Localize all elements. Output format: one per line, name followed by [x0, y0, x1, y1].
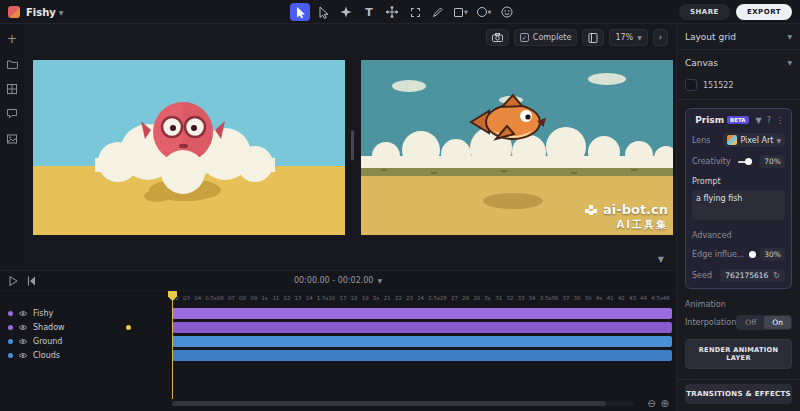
ruler-tick: 14 [306, 295, 317, 301]
slider-handle[interactable] [745, 158, 752, 165]
zoom-dropdown[interactable]: 17% ▼ [609, 29, 647, 46]
help-icon[interactable]: ? [766, 116, 772, 125]
pen-tool-button[interactable] [428, 3, 448, 21]
export-button[interactable]: EXPORT [736, 4, 792, 20]
lens-value: Pixel Art [740, 136, 773, 145]
chevron-down-icon: ▼ [637, 34, 642, 41]
visibility-eye-icon[interactable] [18, 310, 28, 317]
project-name: Fishy [26, 7, 56, 18]
visibility-eye-icon[interactable] [18, 352, 28, 359]
slider-handle[interactable] [749, 251, 756, 258]
visibility-eye-icon[interactable] [18, 324, 28, 331]
canvas-color-swatch[interactable] [685, 79, 697, 91]
kebab-menu-icon[interactable]: ⋮ [775, 116, 785, 125]
lens-label: Lens [692, 136, 710, 145]
ruler-tick: 4.5s [651, 295, 663, 301]
timeline-bar-shadow[interactable] [172, 322, 672, 333]
ruler-tick: 07 [228, 295, 239, 301]
timeline-zoom-in-icon[interactable]: ⊕ [661, 398, 669, 409]
timeline-zoom-out-icon[interactable]: ⊖ [647, 398, 655, 409]
pages-button[interactable] [582, 29, 604, 46]
canvas-section-header[interactable]: Canvas ▼ [685, 50, 792, 75]
render-animation-layer-button[interactable]: RENDER ANIMATION LAYER [685, 339, 792, 369]
skip-to-start-button[interactable] [27, 276, 36, 286]
frame-2-canvas[interactable]: ai-bot.cn AI工具集 [361, 60, 673, 235]
refresh-seed-icon[interactable]: ↻ [773, 271, 780, 280]
ruler-tick: 32 [506, 295, 517, 301]
timeline-bar-fishy[interactable] [172, 308, 672, 319]
timeline-bar-ground[interactable] [172, 336, 672, 347]
emoji-tool-button[interactable] [497, 3, 517, 21]
chevron-down-icon[interactable]: ▼ [755, 116, 763, 125]
complete-button[interactable]: ✓ Complete [514, 29, 578, 46]
magic-wand-tool-button[interactable] [336, 3, 356, 21]
zoom-value: 17% [615, 33, 633, 42]
ruler-tick: 17 [339, 295, 350, 301]
shape-tool-button[interactable]: ▼ [451, 3, 471, 21]
ruler-tick: 24 [417, 295, 428, 301]
seed-input[interactable]: 762175616 ↻ [720, 269, 785, 282]
time-range-dropdown[interactable]: 00:00.00 - 00:02.00 ▼ [294, 276, 382, 285]
ellipse-tool-button[interactable]: ▼ [474, 3, 494, 21]
ruler-tick: 16 [328, 295, 339, 301]
collapse-panel-chevron-icon[interactable]: ▼ [658, 255, 664, 264]
canvas-area: ✓ Complete 17% ▼ › [24, 24, 676, 270]
ruler-tick: 22 [395, 295, 406, 301]
frames-icon[interactable] [6, 83, 18, 95]
track-row [172, 320, 672, 334]
lens-dropdown[interactable]: Pixel Art ▼ [723, 133, 785, 147]
move-tool-button[interactable] [382, 3, 402, 21]
layer-row-clouds[interactable]: Clouds [0, 348, 170, 362]
direct-select-tool-button[interactable] [313, 3, 333, 21]
layout-grid-section[interactable]: Layout grid ▼ [685, 24, 792, 49]
marquee-tool-button[interactable] [405, 3, 425, 21]
camera-snapshot-button[interactable] [486, 29, 509, 46]
interpolation-off-button[interactable]: Off [737, 316, 764, 329]
advanced-label: Advanced [692, 231, 785, 240]
track-area [172, 306, 672, 362]
ruler-tick: 21 [384, 295, 395, 301]
ruler-tick: 08 [239, 295, 250, 301]
play-button[interactable] [9, 276, 18, 286]
layer-name: Clouds [33, 351, 60, 360]
timeline-scrollbar-thumb[interactable] [172, 401, 606, 406]
visibility-eye-icon[interactable] [18, 338, 28, 345]
track-row [172, 306, 672, 320]
ruler-tick: 36 [551, 295, 562, 301]
frame-divider-handle[interactable] [351, 130, 354, 160]
comments-icon[interactable] [6, 108, 18, 120]
layer-color-dot [8, 353, 13, 358]
add-icon[interactable]: + [6, 33, 18, 45]
creativity-slider[interactable] [738, 161, 754, 163]
share-button[interactable]: SHARE [679, 4, 730, 20]
prompt-input[interactable]: a flying fish [692, 190, 785, 220]
project-name-dropdown[interactable]: Fishy ▼ [26, 7, 63, 18]
ruler-tick: 06 [217, 295, 228, 301]
timeline-bar-clouds[interactable] [172, 350, 672, 361]
layer-row-ground[interactable]: Ground [0, 334, 170, 348]
ruler-tick: 41 [607, 295, 618, 301]
playhead-line [172, 293, 173, 399]
timeline-ruler[interactable]: 0203040.5s060708091s111213141.5s16171819… [172, 291, 672, 304]
folder-icon[interactable] [6, 58, 18, 70]
assets-icon[interactable] [6, 133, 18, 145]
frame-1-canvas[interactable] [33, 60, 345, 235]
chevron-down-icon: ▼ [59, 9, 64, 16]
time-range-value: 00:00.00 - 00:02.00 [294, 276, 374, 285]
timeline-scrollbar[interactable] [172, 401, 634, 406]
keyframe-marker[interactable] [126, 325, 131, 330]
select-tool-button[interactable] [290, 3, 310, 21]
ruler-tick: 38 [574, 295, 585, 301]
next-frame-button[interactable]: › [653, 29, 668, 46]
ruler-tick: 31 [495, 295, 506, 301]
interpolation-on-button[interactable]: On [764, 316, 791, 329]
layout-grid-label: Layout grid [685, 32, 736, 42]
layer-name: Shadow [33, 323, 65, 332]
transport-bar: 00:00.00 - 00:02.00 ▼ [0, 271, 676, 291]
text-tool-button[interactable]: T [359, 3, 379, 21]
layer-row-fishy[interactable]: Fishy [0, 306, 170, 320]
layer-row-shadow[interactable]: Shadow [0, 320, 170, 334]
edge-influence-slider[interactable] [752, 254, 754, 256]
canvas-header: ✓ Complete 17% ▼ › [486, 29, 668, 46]
transitions-effects-button[interactable]: TRANSITIONS & EFFECTS [685, 384, 792, 404]
